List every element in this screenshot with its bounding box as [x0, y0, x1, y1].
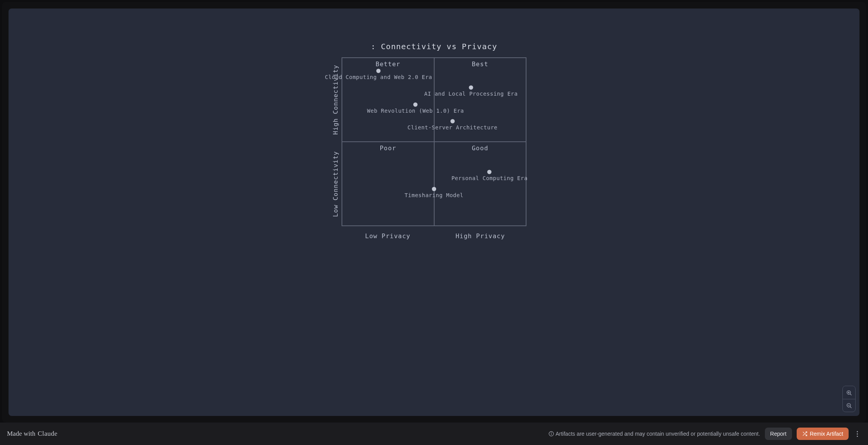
outer-frame: : Connectivity vs Privacy High Connectiv…: [2, 2, 866, 423]
data-point: Client-Server Architecture: [407, 119, 497, 131]
zoom-out-icon: [846, 402, 852, 409]
y-axis: High Connectivity Low Connectivity: [331, 57, 340, 226]
dot-icon: [450, 119, 455, 124]
report-button[interactable]: Report: [765, 428, 792, 440]
data-point: AI and Local Processing Era: [424, 86, 518, 97]
data-point-label: Personal Computing Era: [451, 175, 527, 181]
svg-line-5: [850, 407, 851, 408]
info-icon: [549, 431, 554, 436]
shuffle-icon: [802, 431, 808, 436]
data-point-label: AI and Local Processing Era: [424, 91, 518, 97]
quadrant-chart: : Connectivity vs Privacy High Connectiv…: [342, 42, 526, 240]
y-axis-low-label: Low Connectivity: [332, 151, 339, 217]
svg-line-1: [850, 393, 851, 395]
zoom-out-button[interactable]: [843, 399, 855, 412]
dot-icon: [413, 102, 418, 107]
dot-icon: [432, 187, 436, 191]
chart-grid-shell: High Connectivity Low Connectivity Bette…: [342, 57, 526, 226]
remix-artifact-button[interactable]: Remix Artifact: [797, 428, 849, 440]
footer-bar: Made with Claude Artifacts are user-gene…: [0, 423, 868, 445]
artifact-canvas: : Connectivity vs Privacy High Connectiv…: [9, 9, 859, 416]
dot-icon: [376, 69, 381, 73]
y-axis-high-label: High Connectivity: [332, 65, 339, 135]
more-menu-button[interactable]: [853, 428, 861, 440]
data-point-label: Client-Server Architecture: [407, 124, 497, 131]
dot-icon: [469, 86, 473, 90]
data-point: Timesharing Model: [405, 187, 464, 198]
x-axis: Low Privacy High Privacy: [342, 232, 526, 240]
zoom-in-button[interactable]: [843, 386, 855, 399]
svg-point-9: [551, 433, 552, 433]
data-point-label: Timesharing Model: [405, 192, 464, 198]
data-point: Web Revolution (Web 1.0) Era: [367, 102, 464, 113]
x-axis-low-label: Low Privacy: [342, 232, 434, 240]
made-with-claude[interactable]: Made with Claude: [7, 430, 57, 438]
data-point-label: Cloud Computing and Web 2.0 Era: [325, 74, 432, 80]
remix-label: Remix Artifact: [810, 431, 843, 437]
data-point: Cloud Computing and Web 2.0 Era: [325, 69, 432, 80]
disclaimer-text: Artifacts are user-generated and may con…: [556, 431, 760, 437]
data-point-label: Web Revolution (Web 1.0) Era: [367, 107, 464, 113]
report-label: Report: [770, 431, 787, 437]
disclaimer: Artifacts are user-generated and may con…: [549, 431, 760, 437]
made-with-prefix: Made with: [7, 430, 35, 438]
brand-name: Claude: [38, 430, 57, 438]
points-layer: Cloud Computing and Web 2.0 EraAI and Lo…: [342, 57, 526, 226]
x-axis-high-label: High Privacy: [434, 232, 527, 240]
svg-line-12: [803, 432, 804, 433]
chart-title: : Connectivity vs Privacy: [371, 42, 497, 51]
data-point: Personal Computing Era: [451, 170, 527, 181]
dot-icon: [487, 170, 492, 174]
zoom-in-icon: [846, 390, 852, 396]
zoom-controls: [842, 386, 856, 412]
